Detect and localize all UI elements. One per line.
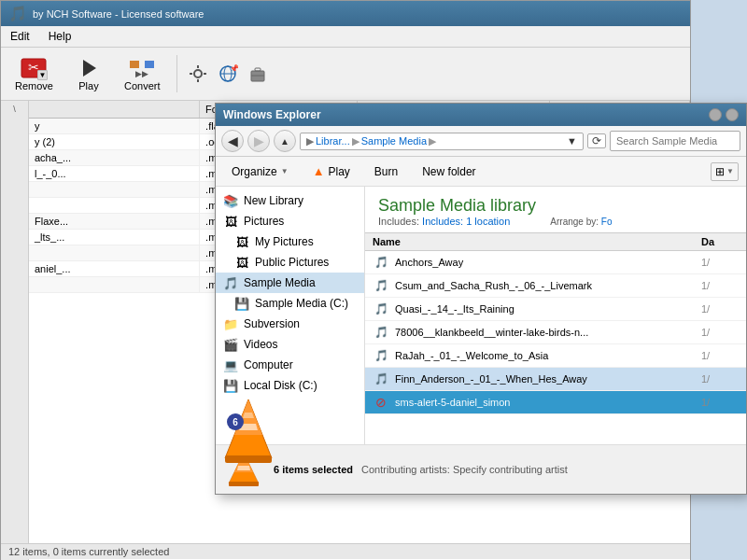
settings-icon[interactable]	[185, 61, 211, 87]
nav-item-icon: 🖼	[223, 214, 238, 229]
cell-name: y (2)	[29, 134, 200, 150]
file-list: 🎵 Anchors_Away 1/ 🎵 Csum_and_Sacha_Rush_…	[365, 251, 746, 414]
up-button[interactable]: ▲	[274, 130, 296, 152]
burn-button[interactable]: Burn	[366, 161, 406, 182]
file-type-icon: 🎵	[373, 254, 389, 271]
nav-item-local-disk-(c:)[interactable]: 💾 Local Disk (C:)	[216, 375, 364, 396]
svg-marker-2	[83, 60, 96, 77]
file-item[interactable]: 🎵 Quasi_-_14_-_Its_Raining 1/	[365, 298, 746, 321]
left-sidebar: \	[1, 101, 29, 560]
nav-item-icon: 💾	[223, 378, 238, 393]
play-button[interactable]: Play	[65, 51, 112, 96]
status-count: 6 items selected Contributing artists: S…	[274, 464, 568, 475]
arrange-label: Arrange by:	[550, 217, 600, 227]
file-item[interactable]: ⊘ sms-alert-5-daniel_simon 1/	[365, 391, 746, 414]
burn-label: Burn	[374, 165, 398, 178]
breadcrumb-lib[interactable]: Librar...	[316, 135, 350, 147]
nav-item-icon: 💻	[223, 357, 238, 372]
breadcrumb-sample[interactable]: Sample Media	[361, 135, 427, 147]
cell-name: acha_...	[29, 150, 200, 166]
play-icon	[75, 56, 103, 80]
file-name: 78006__klankbeeld__winter-lake-birds-n..…	[395, 327, 696, 338]
library-title: Sample Media library	[378, 196, 733, 216]
breadcrumb-sep1: ▶	[352, 135, 359, 147]
file-type-icon: ⊘	[373, 394, 389, 411]
back-button[interactable]: ◀	[221, 130, 244, 152]
file-date: 1/	[701, 327, 739, 338]
includes-label: Includes:	[378, 216, 422, 227]
play-label: Play	[78, 80, 98, 91]
nav-item-icon: 🎵	[223, 275, 238, 290]
remove-icon: ✂ ▼	[20, 56, 48, 80]
arrange-value[interactable]: Fo	[601, 217, 613, 227]
file-item[interactable]: 🎵 Csum_and_Sacha_Rush_-_06_-_Livemark 1/	[365, 274, 746, 298]
file-date: 1/	[701, 280, 739, 291]
window-controls	[709, 108, 739, 121]
view-arrow: ▼	[726, 167, 734, 175]
nav-item-computer[interactable]: 💻 Computer	[216, 355, 364, 375]
remove-button[interactable]: ✂ ▼ Remove	[7, 51, 62, 96]
cell-name	[29, 277, 200, 293]
nav-item-icon: 📁	[223, 316, 238, 331]
breadcrumb-dropdown[interactable]: ▼	[567, 135, 577, 147]
menu-help[interactable]: Help	[43, 28, 78, 45]
cell-name	[29, 198, 200, 214]
organize-button[interactable]: Organize ▼	[223, 161, 297, 182]
convert-button[interactable]: ▶▶ Convert	[116, 51, 169, 96]
file-list-header: Name Da	[365, 232, 746, 251]
svg-text:▶▶: ▶▶	[135, 69, 148, 78]
nav-item-subversion[interactable]: 📁 Subversion	[216, 314, 364, 334]
nav-item-videos[interactable]: 🎬 Videos	[216, 334, 364, 355]
file-item[interactable]: 🎵 Finn_Anderson_-_01_-_When_Hes_Away 1/	[365, 368, 746, 391]
file-item[interactable]: 🎵 78006__klankbeeld__winter-lake-birds-n…	[365, 321, 746, 344]
svg-marker-22	[243, 413, 254, 418]
file-date: 1/	[701, 257, 739, 268]
file-name: Finn_Anderson_-_01_-_When_Hes_Away	[395, 373, 696, 385]
nav-item-label: Pictures	[244, 215, 284, 228]
file-item[interactable]: 🎵 Anchors_Away 1/	[365, 251, 746, 274]
svg-point-6	[194, 70, 202, 77]
globe-icon[interactable]: 📌	[215, 61, 241, 87]
file-item[interactable]: 🎵 RaJah_-_01_-_Welcome_to_Asia 1/	[365, 344, 746, 368]
nav-item-sample-media[interactable]: 🎵 Sample Media	[216, 273, 364, 293]
svg-marker-4	[145, 61, 154, 68]
nav-item-sample-media-(c:)[interactable]: 💾 Sample Media (C:)	[216, 293, 364, 314]
sidebar-root-label: \	[13, 105, 16, 114]
nav-item-public-pictures[interactable]: 🖼 Public Pictures	[216, 252, 364, 273]
nav-item-icon: 📚	[223, 193, 238, 208]
nav-item-label: Computer	[244, 358, 293, 371]
location-link[interactable]: Includes: 1 location	[422, 216, 510, 227]
nav-item-icon: 🎬	[223, 337, 238, 352]
breadcrumb-arrow: ▶	[306, 135, 314, 147]
play-dialog-label: Play	[329, 165, 350, 178]
search-input[interactable]	[610, 131, 740, 151]
view-toggle[interactable]: ⊞ ▼	[711, 162, 739, 181]
svg-rect-16	[255, 68, 261, 71]
file-date: 1/	[701, 373, 739, 385]
menu-edit[interactable]: Edit	[5, 28, 35, 45]
file-name: RaJah_-_01_-_Welcome_to_Asia	[395, 350, 696, 361]
nav-item-my-pictures[interactable]: 🖼 My Pictures	[216, 231, 364, 252]
file-name: Anchors_Away	[395, 257, 696, 268]
status-text: 12 items, 0 items currently selected	[8, 546, 169, 557]
file-date: 1/	[701, 303, 739, 315]
briefcase-icon[interactable]	[245, 61, 271, 87]
file-type-icon: 🎵	[373, 371, 389, 387]
refresh-btn[interactable]: ⟳	[587, 133, 606, 148]
file-type-icon: 🎵	[373, 301, 389, 317]
cell-name	[29, 245, 200, 261]
minimize-button[interactable]	[709, 108, 722, 121]
play-dialog-button[interactable]: ▲ Play	[304, 161, 359, 182]
nav-item-label: Sample Media	[244, 276, 316, 289]
svg-marker-28	[237, 466, 250, 470]
convert-icon: ▶▶	[128, 56, 156, 80]
new-folder-button[interactable]: New folder	[414, 161, 484, 182]
nav-item-new-library[interactable]: 📚 New Library	[216, 190, 364, 211]
forward-button[interactable]: ▶	[247, 130, 270, 152]
cell-name: l_-_0...	[29, 166, 200, 182]
nav-item-pictures[interactable]: 🖼 Pictures	[216, 211, 364, 231]
restore-button[interactable]	[726, 108, 739, 121]
play-dialog-icon: ▲	[313, 164, 325, 178]
svg-text:📌: 📌	[230, 63, 238, 73]
nav-item-label: New Library	[244, 194, 303, 207]
